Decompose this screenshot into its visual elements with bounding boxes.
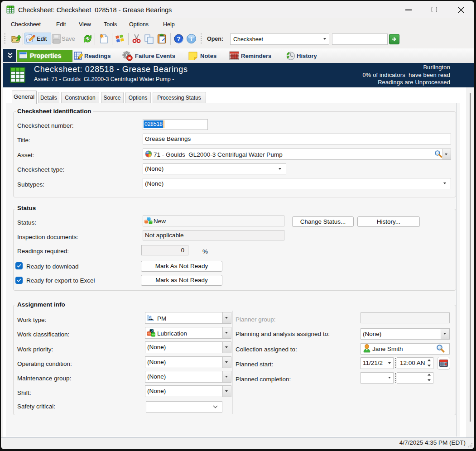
svg-text:?: ? [177,35,181,43]
svg-text:i: i [191,36,192,43]
